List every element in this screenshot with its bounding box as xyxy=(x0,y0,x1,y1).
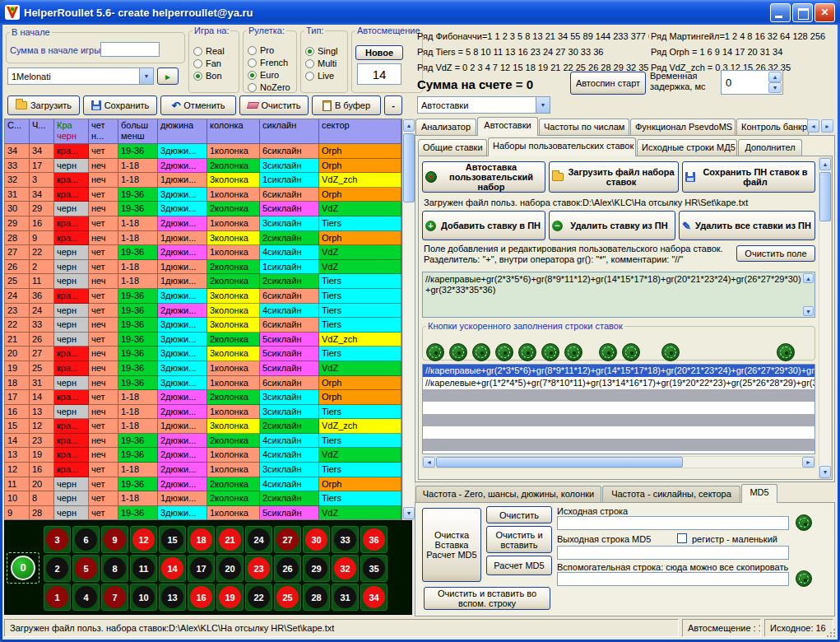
tab-main-1[interactable]: Автоставки xyxy=(477,117,538,136)
chevron-down-icon[interactable] xyxy=(139,68,153,84)
chip-button[interactable] xyxy=(449,343,467,361)
new-button[interactable]: Новое xyxy=(355,45,403,60)
chevron-down-icon[interactable] xyxy=(536,97,550,113)
board-cell-29[interactable]: 29 xyxy=(302,554,331,583)
board-cell-14[interactable]: 14 xyxy=(158,554,187,583)
chip-button[interactable] xyxy=(777,343,795,361)
table-row[interactable]: 3434кра...чет19-363дюжи...1колонка6сикла… xyxy=(5,144,401,159)
radio-option-fan[interactable]: Fan xyxy=(193,58,238,69)
chip-button[interactable] xyxy=(622,343,640,361)
table-row[interactable]: 2511черннеч1-181дюжи...2колонка2сиклайнT… xyxy=(5,274,401,289)
table-row[interactable]: 108чернчет1-181дюжи...2колонка2сиклайнTi… xyxy=(5,491,401,506)
board-cell-23[interactable]: 23 xyxy=(244,554,273,583)
bet-edit-field[interactable]: //кареправые+gr(2*3*5*6)+gr(8*9*11*12)+g… xyxy=(422,272,815,318)
board-cell-1[interactable]: 1 xyxy=(43,583,72,612)
bet-field-scroll-up-icon[interactable] xyxy=(803,273,814,283)
tabs-scroll-right-icon[interactable] xyxy=(821,119,833,133)
start-sum-input[interactable] xyxy=(100,42,160,57)
aux-string-input[interactable] xyxy=(557,572,789,586)
minus-button[interactable]: - xyxy=(384,95,402,115)
list-item[interactable]: //кареправые+gr(2*3*5*6)+gr(8*9*11*12)+g… xyxy=(423,365,814,377)
tab-freq-0[interactable]: Частота - Zero, шансы, дюжины, колонки xyxy=(415,486,601,502)
list-item[interactable]: //карелевые+gr(1*2*4*5)+gr(7*8*10*11)+gr… xyxy=(423,377,814,389)
board-cell-5[interactable]: 5 xyxy=(72,554,100,583)
board-cell-15[interactable]: 15 xyxy=(158,525,187,554)
tab-freq-1[interactable]: Частота - сиклайны, сектора xyxy=(602,486,740,502)
board-cell-28[interactable]: 28 xyxy=(302,583,331,612)
tab-sub-3[interactable]: Дополнител xyxy=(738,139,802,156)
table-row[interactable]: 1512кра...чет1-181дюжи...3колонка2сиклай… xyxy=(5,419,401,434)
board-cell-11[interactable]: 11 xyxy=(129,554,158,583)
board-cell-24[interactable]: 24 xyxy=(244,525,273,554)
maximize-button[interactable] xyxy=(792,3,813,22)
table-row[interactable]: 262чернчет1-181дюжи...2колонка1сиклайнVd… xyxy=(5,260,401,275)
board-cell-21[interactable]: 21 xyxy=(216,525,244,554)
minimize-button[interactable] xyxy=(770,3,791,22)
chip-button[interactable] xyxy=(541,343,559,361)
scroll-left-icon[interactable] xyxy=(423,457,435,468)
tab-main-3[interactable]: Функционал PsevdoMS xyxy=(630,119,736,135)
output-string-input[interactable] xyxy=(557,546,789,560)
clear-button[interactable]: Очистить xyxy=(239,95,309,115)
chip-button[interactable] xyxy=(564,343,582,361)
board-cell-16[interactable]: 16 xyxy=(187,583,216,612)
chip-button[interactable] xyxy=(599,343,617,361)
autospin-start-button[interactable]: Автоспин старт xyxy=(570,72,646,95)
board-cell-7[interactable]: 7 xyxy=(100,583,129,612)
table-row[interactable]: 2722чернчет19-362дюжи...1колонка4сиклайн… xyxy=(5,245,401,260)
chip-button[interactable] xyxy=(796,570,812,587)
close-button[interactable] xyxy=(814,3,835,22)
board-cell-30[interactable]: 30 xyxy=(302,525,331,554)
clear-insert-aux-button[interactable]: Очистить и вставить во вспом. строку xyxy=(424,587,550,610)
board-cell-22[interactable]: 22 xyxy=(244,583,273,612)
tabs-scroll-left-icon[interactable] xyxy=(807,119,819,133)
hscroll-thumb[interactable] xyxy=(436,457,683,468)
resize-grip[interactable] xyxy=(825,627,836,638)
md5-clear-insert-button[interactable]: Очистить и вставить xyxy=(486,526,552,553)
scroll-thumb[interactable] xyxy=(403,133,415,202)
board-cell-10[interactable]: 10 xyxy=(129,583,158,612)
table-row[interactable]: 1714кра...чет1-182дюжи...2колонка3сиклай… xyxy=(5,390,401,405)
spinner-down-icon[interactable] xyxy=(768,82,782,93)
scroll-up-icon[interactable] xyxy=(403,119,415,132)
board-cell-20[interactable]: 20 xyxy=(216,554,244,583)
table-row[interactable]: 2233черннеч19-363дюжи...3колонка6сиклайн… xyxy=(5,318,401,333)
md5-clear-button[interactable]: Очистить xyxy=(486,506,552,523)
chip-button[interactable] xyxy=(661,343,680,361)
panel-scrollbar[interactable] xyxy=(819,157,832,479)
table-row[interactable]: 1319кра...неч19-362дюжи...1колонка4сикла… xyxy=(5,448,401,463)
radio-option-nozero[interactable]: NoZero xyxy=(248,81,295,93)
board-cell-36[interactable]: 36 xyxy=(360,525,388,554)
table-row[interactable]: 2324чернчет19-362дюжи...3колонка4сиклайн… xyxy=(5,304,401,319)
board-cell-19[interactable]: 19 xyxy=(216,583,244,612)
board-cell-25[interactable]: 25 xyxy=(273,583,302,612)
table-row[interactable]: 3317черннеч1-182дюжи...2колонка3сиклайнO… xyxy=(5,159,401,174)
bet-field-scroll-down-icon[interactable] xyxy=(803,306,814,316)
board-cell-4[interactable]: 4 xyxy=(72,583,100,612)
undo-button[interactable]: Отменить xyxy=(160,95,236,115)
remove-all-bets-button[interactable]: Удалить все ставки из ПН xyxy=(679,211,815,240)
chip-button[interactable] xyxy=(472,343,490,361)
radio-option-real[interactable]: Real xyxy=(193,45,238,57)
load-button[interactable]: Загрузить xyxy=(7,95,80,115)
clear-field-button[interactable]: Очистить поле xyxy=(736,245,815,262)
chip-button[interactable] xyxy=(518,343,536,361)
table-row[interactable]: 2916кра...чет1-182дюжи...1колонка3сиклай… xyxy=(5,216,401,231)
board-cell-18[interactable]: 18 xyxy=(187,525,216,554)
board-cell-9[interactable]: 9 xyxy=(100,525,129,554)
chip-button[interactable] xyxy=(495,343,513,361)
board-cell-34[interactable]: 34 xyxy=(360,583,388,612)
tab-main-2[interactable]: Частоты по числам xyxy=(539,119,629,135)
save-button[interactable]: Сохранить xyxy=(83,95,157,115)
table-row[interactable]: 2027кра...неч19-363дюжи...3колонка5сикла… xyxy=(5,347,401,361)
radio-option-euro[interactable]: Euro xyxy=(248,69,295,81)
chip-button[interactable] xyxy=(796,514,812,531)
board-cell-27[interactable]: 27 xyxy=(273,525,302,554)
board-cell-35[interactable]: 35 xyxy=(360,554,388,583)
scroll-down-icon[interactable] xyxy=(403,507,415,519)
board-cell-33[interactable]: 33 xyxy=(331,525,360,554)
source-string-input[interactable] xyxy=(557,516,789,530)
radio-option-pro[interactable]: Pro xyxy=(248,44,295,56)
board-cell-32[interactable]: 32 xyxy=(331,554,360,583)
listbox-hscrollbar[interactable] xyxy=(422,456,815,468)
